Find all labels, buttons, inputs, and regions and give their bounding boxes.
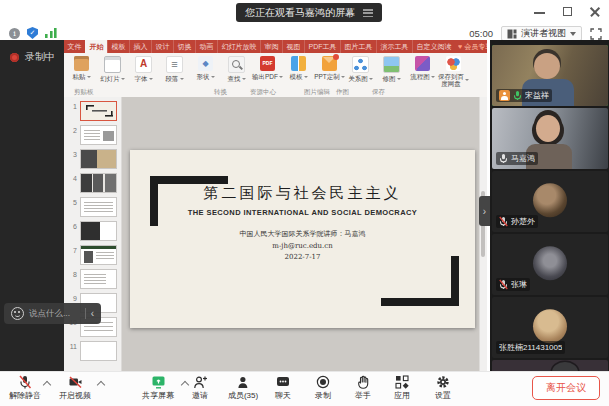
apps-grid-icon xyxy=(395,375,409,389)
slide-thumbnail-image[interactable] xyxy=(80,149,117,169)
canvas-scrollbar[interactable] xyxy=(479,97,487,372)
ribbon-tab-label: 文件 xyxy=(68,42,82,52)
participant-tile[interactable]: 马嘉鸿 xyxy=(492,108,608,169)
ribbon-tool-button[interactable]: 幻灯片 xyxy=(97,55,128,87)
leave-meeting-button[interactable]: 离开会议 xyxy=(532,376,600,400)
mic-options-chevron[interactable] xyxy=(44,380,51,387)
ribbon-tool-label: 修图 xyxy=(383,75,401,82)
slide-thumbnail[interactable]: 1 xyxy=(64,101,121,125)
members-icon xyxy=(236,375,250,389)
ribbon-tool-button[interactable]: 查找 xyxy=(221,55,252,87)
ribbon-tool-button[interactable]: 段落 xyxy=(159,55,190,87)
slide-number: 11 xyxy=(69,341,77,350)
unmute-button[interactable]: 解除静音 xyxy=(9,375,41,401)
slide-thumbnail-image[interactable] xyxy=(80,101,117,121)
fullscreen-button[interactable] xyxy=(590,28,602,40)
ribbon-tab[interactable]: 设计 xyxy=(151,40,173,53)
chat-button[interactable]: 聊天 xyxy=(275,375,291,401)
apps-button[interactable]: 应用 xyxy=(394,375,410,401)
recording-badge: 录制中 xyxy=(10,50,55,64)
ribbon-tab[interactable]: 图片工具 xyxy=(340,40,376,53)
ribbon-tool-label: 粘贴 xyxy=(73,73,91,80)
ribbon-tab[interactable]: 模板 xyxy=(107,40,129,53)
slide-thumbnail-image[interactable] xyxy=(80,125,117,145)
ribbon-tab[interactable]: 演示工具 xyxy=(376,40,412,53)
participant-tile[interactable]: 张胜楠211431005 xyxy=(492,297,608,358)
chat-placeholder[interactable]: 说点什么... xyxy=(29,308,70,320)
ribbon-tool-button[interactable]: 关系图 xyxy=(345,55,376,87)
slide-thumbnail-image[interactable] xyxy=(80,197,117,217)
slide-thumbnail[interactable]: 11 xyxy=(64,341,121,365)
ribbon-tab[interactable]: 切换 xyxy=(173,40,195,53)
chat-bubble-icon xyxy=(276,375,290,389)
maximize-button[interactable] xyxy=(562,6,573,17)
invite-button[interactable]: 邀请 xyxy=(192,375,208,401)
ribbon-tab[interactable]: PDF工具 xyxy=(304,40,340,53)
slide-thumbnail-panel[interactable]: 1 2 3 4 xyxy=(64,97,122,372)
slide-thumbnail[interactable]: 6 xyxy=(64,221,121,245)
layout-icon xyxy=(507,29,517,39)
ribbon-tool-button[interactable]: 形状 xyxy=(190,55,221,87)
ribbon-tool-icon xyxy=(322,56,337,71)
ribbon-tab[interactable]: 幻灯片放映 xyxy=(217,40,260,53)
minimize-button[interactable] xyxy=(534,6,545,17)
slide-thumbnail-image[interactable] xyxy=(80,221,117,241)
participant-name-row: 宋益祥 xyxy=(496,89,552,102)
sidebar-collapse-handle[interactable] xyxy=(479,196,490,226)
slide-thumbnail-image[interactable] xyxy=(80,173,117,193)
ribbon-tool-button[interactable]: PPT定制 xyxy=(314,55,345,87)
ribbon-tab[interactable]: 插入 xyxy=(129,40,151,53)
slide-thumbnail[interactable]: 8 xyxy=(64,269,121,293)
ribbon-tab[interactable]: 文件 xyxy=(64,40,85,53)
ribbon-tab[interactable]: 动画 xyxy=(195,40,217,53)
participant-tile[interactable]: 宋益祥 xyxy=(492,45,608,106)
ribbon-tool-button[interactable]: 模板 xyxy=(283,55,314,87)
slide-thumbnail[interactable]: 4 xyxy=(64,173,121,197)
ribbon-tab[interactable]: 视图 xyxy=(282,40,304,53)
participant-tile[interactable]: 张琳 xyxy=(492,234,608,295)
slide-thumbnail-image[interactable] xyxy=(80,245,117,265)
ribbon-tool-button[interactable]: 保存到百度网盘 xyxy=(438,55,469,87)
ribbon-group-label: 保存 xyxy=(372,88,385,97)
start-video-button[interactable]: 开启视频 xyxy=(59,375,91,401)
security-shield-icon[interactable] xyxy=(27,27,38,39)
ribbon-tab-label: 切换 xyxy=(178,42,192,52)
collapse-left-icon[interactable]: ‹ xyxy=(91,309,94,319)
ribbon-tab[interactable]: 开始 xyxy=(85,40,107,53)
slide-number: 1 xyxy=(69,101,77,110)
ribbon-tab[interactable]: 自定义阅读 xyxy=(412,40,455,53)
host-badge-icon xyxy=(499,90,510,101)
quick-chat-pill[interactable]: 说点什么... ‹ xyxy=(4,303,101,324)
info-icon[interactable] xyxy=(9,28,20,39)
ribbon-toolbar: 粘贴 幻灯片 字体 段落 xyxy=(64,53,487,98)
ribbon-tab[interactable]: 审阅 xyxy=(260,40,282,53)
ribbon-tool-label: 流程图 xyxy=(410,73,435,80)
video-options-chevron[interactable] xyxy=(98,380,105,387)
ribbon-tool-button[interactable]: 修图 xyxy=(376,55,407,87)
slide-thumbnail[interactable]: 5 xyxy=(64,197,121,221)
close-button[interactable] xyxy=(590,6,601,17)
ppt-body: 1 2 3 4 xyxy=(64,97,487,372)
slide-number: 6 xyxy=(69,221,77,230)
participant-tile[interactable]: 孙楚外 xyxy=(492,171,608,232)
slide-number: 3 xyxy=(69,149,77,158)
banner-menu-icon[interactable] xyxy=(363,9,373,17)
slide-thumbnail[interactable]: 2 xyxy=(64,125,121,149)
slide-thumbnail[interactable]: 7 xyxy=(64,245,121,269)
emoji-icon[interactable] xyxy=(11,307,24,320)
members-button[interactable]: 成员(35) xyxy=(228,375,258,401)
share-options-chevron[interactable] xyxy=(182,380,189,387)
slide-thumbnail[interactable]: 3 xyxy=(64,149,121,173)
share-screen-button[interactable]: 共享屏幕 xyxy=(142,375,174,401)
raise-hand-button[interactable]: 举手 xyxy=(355,375,371,401)
record-button[interactable]: 录制 xyxy=(315,375,331,401)
ribbon-tool-button[interactable]: 字体 xyxy=(128,55,159,87)
settings-button[interactable]: 设置 xyxy=(435,375,451,401)
vip-tab[interactable]: 会员专享 xyxy=(455,40,487,53)
ribbon-tool-button[interactable]: 粘贴 xyxy=(66,55,97,87)
slide-thumbnail-image[interactable] xyxy=(80,269,117,289)
ribbon-tool-button[interactable]: 流程图 xyxy=(407,55,438,87)
ribbon-tool-button[interactable]: 输出PDF xyxy=(252,55,283,87)
view-mode-button[interactable]: 演讲者视图 xyxy=(501,26,582,41)
slide-thumbnail-image[interactable] xyxy=(80,341,117,361)
